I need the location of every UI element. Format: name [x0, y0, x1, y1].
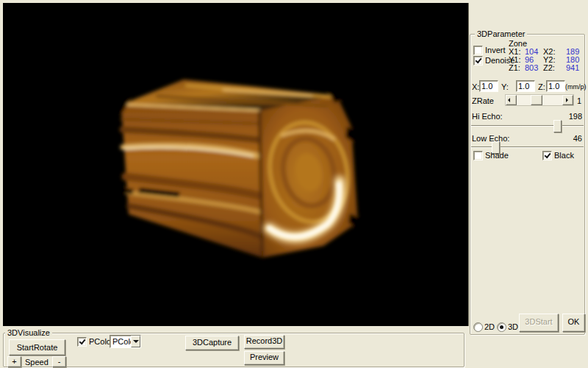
pcolor-checkbox[interactable] — [77, 337, 87, 347]
visualize-group-title: 3DVisualize — [5, 328, 52, 337]
black-label: Black — [554, 151, 574, 160]
low-echo-label: Low Echo: — [472, 134, 509, 143]
hi-echo-label: Hi Echo: — [472, 112, 503, 121]
zone-z2-label: Z2: — [543, 63, 555, 72]
3dstart-button[interactable]: 3DStart — [519, 314, 559, 332]
pcolor-dropdown-button[interactable] — [131, 336, 140, 347]
chevron-down-icon — [133, 340, 139, 343]
zrate-left-arrow-icon[interactable] — [506, 95, 517, 105]
low-echo-value: 46 — [573, 134, 582, 143]
zrate-scrollbar[interactable] — [505, 94, 574, 106]
y-scale-input[interactable] — [516, 80, 535, 92]
mode-2d-label: 2D — [484, 322, 495, 331]
zone-z2-value: 941 — [566, 63, 579, 72]
zrate-scrollbar-thumb[interactable] — [531, 95, 542, 105]
zone-z1-label: Z1: — [509, 63, 520, 72]
x-scale-input[interactable] — [479, 80, 498, 92]
pcolor-dropdown[interactable]: PColor — [110, 335, 141, 348]
parameter-groupbox: 3DParameter Invert Denoise Zone X1: 104 … — [470, 34, 585, 335]
y-scale-label: Y: — [501, 82, 509, 91]
mode-3d-radio[interactable] — [497, 322, 506, 332]
shade-label: Shade — [485, 151, 509, 160]
low-echo-slider[interactable] — [471, 146, 584, 148]
zrate-right-arrow-icon[interactable] — [562, 95, 573, 105]
3dcapture-button[interactable]: 3DCapture — [185, 336, 239, 350]
hi-echo-value: 198 — [569, 112, 582, 121]
start-rotate-button[interactable]: StartRotate — [9, 339, 65, 355]
speed-label: Speed — [25, 358, 49, 367]
shade-checkbox[interactable] — [473, 151, 483, 160]
record3d-button[interactable]: Record3D — [244, 335, 284, 349]
invert-checkbox[interactable] — [473, 46, 483, 55]
invert-label: Invert — [485, 46, 506, 54]
z-scale-input[interactable] — [546, 80, 565, 92]
x-scale-label: X: — [472, 82, 479, 91]
parameter-group-title: 3DParameter — [475, 29, 527, 38]
scale-unit-label: (mm/p) — [565, 82, 587, 91]
hi-echo-slider[interactable] — [471, 125, 584, 127]
ok-button[interactable]: OK — [562, 314, 585, 332]
zrate-value: 1 — [577, 96, 581, 105]
denoise-checkbox[interactable] — [473, 56, 483, 66]
preview-button[interactable]: Preview — [244, 351, 284, 365]
render-viewport[interactable] — [3, 3, 469, 326]
speed-plus-button[interactable]: + — [7, 356, 21, 367]
speed-minus-button[interactable]: - — [52, 356, 66, 367]
hi-echo-slider-thumb[interactable] — [553, 120, 562, 132]
black-checkbox[interactable] — [542, 151, 552, 160]
parameter-panel: 3DParameter Invert Denoise Zone X1: 104 … — [469, 0, 588, 368]
3d-volume-render — [3, 3, 468, 326]
mode-2d-radio[interactable] — [473, 322, 483, 332]
mode-3d-label: 3D — [508, 322, 518, 331]
zrate-label: ZRate — [472, 96, 494, 105]
z-scale-label: Z: — [538, 82, 545, 91]
zone-z1-value: 803 — [525, 63, 538, 72]
